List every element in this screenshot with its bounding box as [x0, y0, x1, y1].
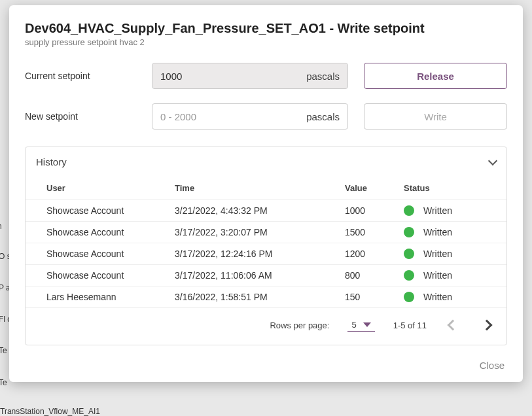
cell-status: Written: [399, 200, 506, 222]
cell-status: Written: [399, 243, 506, 265]
col-time: Time: [169, 177, 340, 200]
current-setpoint-value: 1000: [160, 71, 306, 82]
rows-per-page-value: 5: [351, 320, 356, 330]
new-setpoint-field[interactable]: 0 - 2000 pascals: [152, 103, 348, 130]
current-setpoint-row: Current setpoint 1000 pascals Release: [25, 63, 507, 89]
chevron-right-icon: [482, 320, 493, 331]
chevron-left-icon: [448, 320, 459, 331]
cell-value: 1000: [340, 200, 399, 222]
status-dot-icon: [404, 249, 414, 259]
cell-user: Showcase Account: [26, 265, 169, 286]
write-setpoint-dialog: Dev604_HVAC_Supply_Fan_Pressure_SET_AO1 …: [9, 5, 523, 382]
table-row: Showcase Account3/17/2022, 3:20:07 PM150…: [26, 222, 506, 243]
status-dot-icon: [404, 270, 414, 281]
rows-per-page-select[interactable]: 5: [347, 319, 374, 332]
cell-status: Written: [399, 222, 506, 243]
chevron-down-icon: [488, 156, 497, 165]
new-setpoint-label: New setpoint: [25, 111, 136, 122]
cell-value: 800: [340, 265, 399, 286]
cell-time: 3/17/2022, 3:20:07 PM: [169, 222, 340, 243]
status-dot-icon: [404, 227, 414, 237]
bg-text: Te: [0, 378, 7, 387]
status-text: Written: [423, 270, 452, 281]
table-row: Showcase Account3/21/2022, 4:43:32 PM100…: [26, 200, 506, 222]
col-user: User: [26, 177, 169, 200]
dialog-title: Dev604_HVAC_Supply_Fan_Pressure_SET_AO1 …: [25, 21, 507, 36]
pager-range: 1-5 of 11: [393, 321, 427, 330]
close-button[interactable]: Close: [480, 360, 505, 371]
release-button[interactable]: Release: [364, 63, 507, 89]
col-value: Value: [340, 177, 399, 200]
current-setpoint-unit: pascals: [306, 71, 340, 82]
cell-time: 3/16/2022, 1:58:51 PM: [169, 286, 340, 308]
cell-status: Written: [399, 265, 506, 286]
cell-status: Written: [399, 286, 506, 308]
table-row: Lars Heesemann3/16/2022, 1:58:51 PM150Wr…: [26, 286, 506, 308]
table-row: Showcase Account3/17/2022, 12:24:16 PM12…: [26, 243, 506, 265]
new-setpoint-placeholder: 0 - 2000: [160, 111, 306, 122]
cell-value: 150: [340, 286, 399, 308]
cell-time: 3/17/2022, 12:24:16 PM: [169, 243, 340, 265]
history-table: User Time Value Status Showcase Account3…: [26, 177, 506, 308]
pager-next-button[interactable]: [479, 317, 495, 333]
cell-user: Showcase Account: [26, 200, 169, 222]
status-text: Written: [423, 249, 452, 259]
current-setpoint-field: 1000 pascals: [152, 63, 348, 89]
write-button[interactable]: Write: [364, 103, 507, 130]
status-dot-icon: [404, 292, 414, 302]
dropdown-triangle-icon: [363, 322, 371, 327]
status-dot-icon: [404, 205, 414, 216]
status-text: Written: [423, 227, 452, 237]
history-label: History: [36, 156, 67, 167]
cell-user: Lars Heesemann: [26, 286, 169, 308]
history-header[interactable]: History: [26, 147, 506, 177]
cell-time: 3/21/2022, 4:43:32 PM: [169, 200, 340, 222]
cell-value: 1200: [340, 243, 399, 265]
history-panel: History User Time Value Status Showcase …: [25, 147, 507, 345]
current-setpoint-label: Current setpoint: [25, 71, 136, 81]
new-setpoint-unit: pascals: [306, 111, 340, 122]
table-row: Showcase Account3/17/2022, 11:06:06 AM80…: [26, 265, 506, 286]
table-pager: Rows per page: 5 1-5 of 11: [26, 308, 506, 345]
dialog-footer: Close: [25, 345, 507, 372]
new-setpoint-row: New setpoint 0 - 2000 pascals Write: [25, 103, 507, 130]
bg-text: h: [0, 222, 2, 231]
status-text: Written: [423, 205, 452, 216]
bg-text: TransStation_Vflow_ME_AI1: [0, 407, 100, 416]
cell-user: Showcase Account: [26, 222, 169, 243]
dialog-subtitle: supply pressure setpoint hvac 2: [25, 37, 507, 47]
rows-per-page-label: Rows per page:: [270, 321, 329, 330]
col-status: Status: [399, 177, 506, 200]
cell-user: Showcase Account: [26, 243, 169, 265]
pager-prev-button[interactable]: [445, 317, 461, 333]
cell-time: 3/17/2022, 11:06:06 AM: [169, 265, 340, 286]
status-text: Written: [423, 292, 452, 302]
cell-value: 1500: [340, 222, 399, 243]
